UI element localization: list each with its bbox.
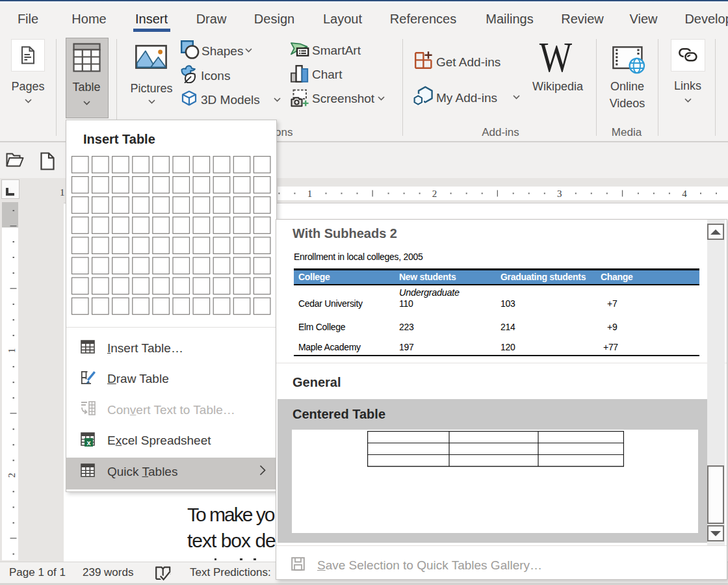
- svg-text:x: x: [86, 439, 91, 447]
- svg-text:2: 2: [6, 473, 17, 478]
- svg-text:3: 3: [557, 188, 562, 199]
- svg-text:1: 1: [6, 348, 17, 353]
- svg-text:4: 4: [682, 188, 687, 199]
- svg-text:1: 1: [307, 188, 313, 199]
- svg-text:2: 2: [432, 188, 437, 199]
